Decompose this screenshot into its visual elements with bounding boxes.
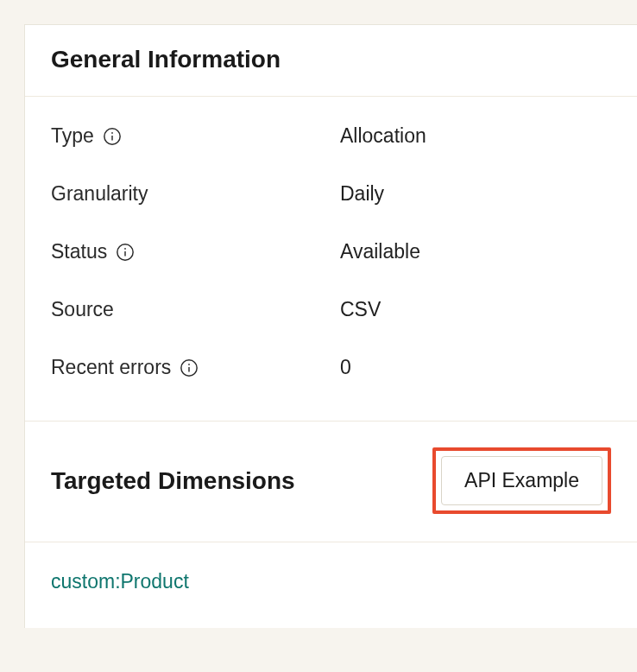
info-icon[interactable]	[180, 358, 199, 377]
info-row-recent-errors: Recent errors 0	[51, 339, 611, 396]
targeted-dimensions-header: Targeted Dimensions API Example	[25, 422, 637, 542]
info-row-type: Type Allocation	[51, 107, 611, 165]
info-row-source: Source CSV	[51, 281, 611, 339]
targeted-dimensions-header-section: Targeted Dimensions API Example	[25, 422, 637, 542]
info-value-granularity: Daily	[340, 182, 384, 206]
info-value-type: Allocation	[340, 124, 426, 148]
info-row-status: Status Available	[51, 223, 611, 281]
info-label-text: Granularity	[51, 182, 148, 206]
general-info-title: General Information	[25, 25, 637, 96]
svg-point-2	[111, 131, 113, 133]
targeted-dimensions-title: Targeted Dimensions	[51, 467, 295, 495]
info-value-recent-errors: 0	[340, 356, 351, 379]
api-example-button[interactable]: API Example	[441, 456, 602, 505]
info-label-recent-errors: Recent errors	[51, 356, 340, 379]
general-info-header-section: General Information	[25, 25, 637, 97]
info-label-type: Type	[51, 124, 340, 148]
info-label-text: Type	[51, 124, 94, 148]
info-row-granularity: Granularity Daily	[51, 165, 611, 223]
info-value-status: Available	[340, 240, 420, 263]
general-info-list: Type Allocation Granularity	[25, 97, 637, 421]
details-card: General Information Type	[24, 24, 637, 628]
dimension-link-product[interactable]: custom:Product	[51, 570, 189, 593]
info-label-text: Status	[51, 240, 107, 263]
info-value-source: CSV	[340, 298, 381, 321]
svg-point-8	[188, 363, 190, 365]
info-label-granularity: Granularity	[51, 182, 340, 206]
info-label-text: Source	[51, 298, 114, 321]
info-label-status: Status	[51, 240, 340, 263]
general-info-body: Type Allocation Granularity	[25, 97, 637, 422]
info-label-text: Recent errors	[51, 356, 171, 379]
info-label-source: Source	[51, 298, 340, 321]
api-example-highlight: API Example	[432, 447, 611, 514]
info-icon[interactable]	[116, 243, 135, 262]
svg-point-5	[124, 247, 126, 249]
info-icon[interactable]	[103, 127, 122, 146]
targeted-dimensions-body: custom:Product	[25, 542, 637, 628]
